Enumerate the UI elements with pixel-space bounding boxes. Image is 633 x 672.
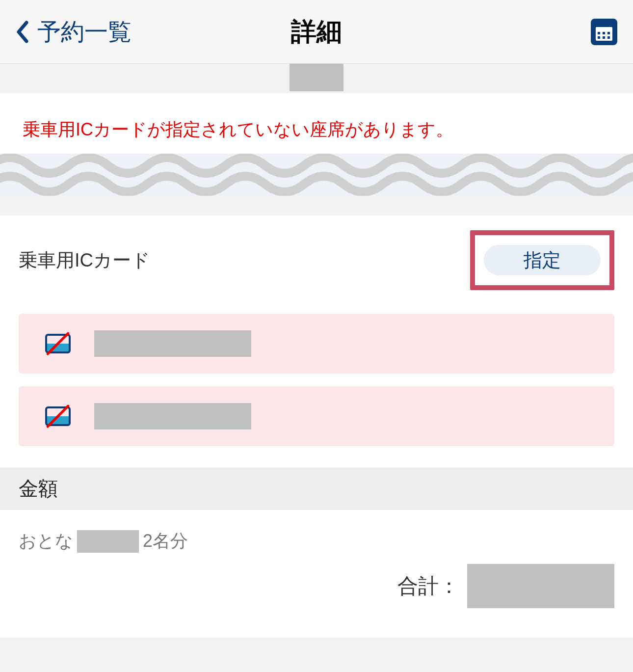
redacted-block (77, 530, 139, 553)
ic-card-row (19, 386, 614, 446)
calendar-button[interactable] (591, 19, 617, 45)
redacted-block (467, 564, 614, 608)
redacted-block (290, 64, 343, 91)
count-label: 2名分 (143, 529, 188, 553)
amount-total-line: 合計： (19, 564, 614, 608)
amount-adult-line: おとな 2名分 (19, 529, 614, 553)
adult-label: おとな (19, 529, 73, 553)
amount-section: おとな 2名分 合計： (0, 510, 633, 638)
ic-card-section: 乗車用ICカード 指定 (0, 215, 633, 468)
calendar-icon (596, 27, 612, 41)
no-card-icon (45, 406, 71, 426)
wave-icon (0, 154, 633, 196)
back-label: 予約一覧 (37, 16, 132, 48)
amount-section-header: 金額 (0, 468, 633, 510)
ic-card-label: 乗車用ICカード (19, 248, 150, 273)
highlight-frame: 指定 (470, 230, 614, 290)
assign-button[interactable]: 指定 (484, 245, 601, 275)
redacted-block (94, 330, 251, 357)
ic-header-row: 乗車用ICカード 指定 (19, 230, 614, 290)
warning-text: 乗車用ICカードが指定されていない座席があります。 (23, 118, 610, 142)
wavy-separator (0, 154, 633, 196)
redacted-block (94, 403, 251, 430)
ic-card-row (19, 314, 614, 374)
page-title: 詳細 (291, 15, 342, 49)
warning-section: 乗車用ICカードが指定されていない座席があります。 (0, 93, 633, 154)
header-bar: 予約一覧 詳細 (0, 0, 633, 64)
total-label: 合計： (397, 572, 459, 600)
chevron-left-icon (16, 21, 29, 43)
bottom-spacer (0, 638, 633, 652)
back-button[interactable]: 予約一覧 (16, 16, 132, 48)
sub-header-bar (0, 64, 633, 93)
no-card-icon (45, 334, 71, 353)
